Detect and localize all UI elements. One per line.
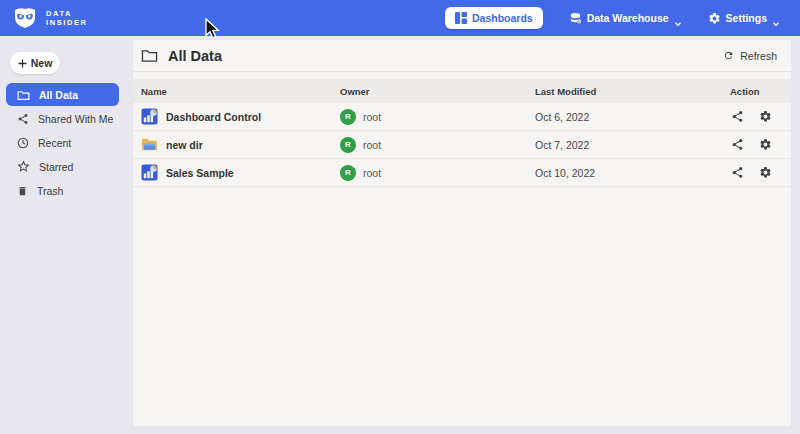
folder-file-icon <box>141 136 158 153</box>
app-window: DATA INSIDER Dashboards <box>0 0 800 434</box>
file-name: Sales Sample <box>166 167 234 179</box>
sidebar-item-recent[interactable]: Recent <box>6 131 119 154</box>
share-button[interactable] <box>730 138 744 152</box>
sidebar-item-label: Trash <box>37 185 63 197</box>
nav-settings-label: Settings <box>726 12 767 24</box>
sidebar-item-label: Starred <box>39 161 73 173</box>
gear-icon <box>708 12 721 25</box>
sidebar-item-trash[interactable]: Trash <box>6 179 119 202</box>
trash-icon <box>17 185 28 197</box>
table-header: Name Owner Last Modified Action <box>133 79 791 103</box>
share-icon <box>17 113 29 125</box>
nav-dashboards-label: Dashboards <box>472 12 533 24</box>
database-icon <box>569 12 582 25</box>
folder-icon <box>17 89 30 101</box>
refresh-button[interactable]: Refresh <box>723 50 777 62</box>
chart-file-icon <box>141 108 158 125</box>
nav-data-warehouse-label: Data Warehouse <box>587 12 669 24</box>
nav-settings[interactable]: Settings <box>708 12 780 25</box>
column-last-modified: Last Modified <box>535 86 730 97</box>
column-owner: Owner <box>340 86 535 97</box>
chevron-down-icon <box>772 14 780 22</box>
clock-icon <box>17 137 29 149</box>
refresh-icon <box>723 50 734 61</box>
brand-line2: INSIDER <box>46 18 88 27</box>
settings-button[interactable] <box>758 166 772 180</box>
new-button-label: New <box>31 57 53 69</box>
file-name: new dir <box>166 139 203 151</box>
nav-dashboards[interactable]: Dashboards <box>445 7 543 29</box>
sidebar-item-label: Shared With Me <box>38 113 113 125</box>
new-button[interactable]: New <box>10 52 60 74</box>
settings-button[interactable] <box>758 138 772 152</box>
share-button[interactable] <box>730 166 744 180</box>
sidebar-item-label: All Data <box>39 89 78 101</box>
top-nav: Dashboards Data Warehouse <box>445 7 780 29</box>
owner-name: root <box>363 111 381 123</box>
top-bar: DATA INSIDER Dashboards <box>0 0 800 36</box>
table-row[interactable]: Sales Sample R root Oct 10, 2022 <box>133 159 791 187</box>
brand-line1: DATA <box>46 9 88 18</box>
last-modified-date: Oct 7, 2022 <box>535 139 730 151</box>
column-action: Action <box>730 86 799 97</box>
sidebar-item-all-data[interactable]: All Data <box>6 83 119 106</box>
owner-avatar: R <box>340 165 356 181</box>
chevron-down-icon <box>674 14 682 22</box>
last-modified-date: Oct 10, 2022 <box>535 167 730 179</box>
sidebar-item-label: Recent <box>38 137 71 149</box>
brand-logo: DATA INSIDER <box>12 6 88 30</box>
content-header: All Data Refresh <box>133 40 791 72</box>
sidebar-nav: All Data Shared With Me Recent <box>0 83 133 202</box>
table-row[interactable]: Dashboard Control R root Oct 6, 2022 <box>133 103 791 131</box>
settings-button[interactable] <box>758 110 772 124</box>
owner-name: root <box>363 139 381 151</box>
sidebar-item-shared-with-me[interactable]: Shared With Me <box>6 107 119 130</box>
sidebar: New All Data Shared With Me <box>0 36 133 434</box>
owner-avatar: R <box>340 137 356 153</box>
folder-icon <box>141 48 158 63</box>
owner-name: root <box>363 167 381 179</box>
page-title: All Data <box>168 48 222 64</box>
refresh-label: Refresh <box>740 50 777 62</box>
content-panel: All Data Refresh Name Owner Last Modifie… <box>133 40 791 426</box>
sidebar-item-starred[interactable]: Starred <box>6 155 119 178</box>
column-name: Name <box>141 86 340 97</box>
share-button[interactable] <box>730 110 744 124</box>
plus-icon <box>18 59 27 68</box>
owl-icon <box>12 6 38 30</box>
last-modified-date: Oct 6, 2022 <box>535 111 730 123</box>
chart-file-icon <box>141 164 158 181</box>
star-icon <box>17 160 30 173</box>
nav-data-warehouse[interactable]: Data Warehouse <box>569 12 682 25</box>
file-name: Dashboard Control <box>166 111 261 123</box>
dashboard-icon <box>455 12 467 24</box>
owner-avatar: R <box>340 109 356 125</box>
table-row[interactable]: new dir R root Oct 7, 2022 <box>133 131 791 159</box>
